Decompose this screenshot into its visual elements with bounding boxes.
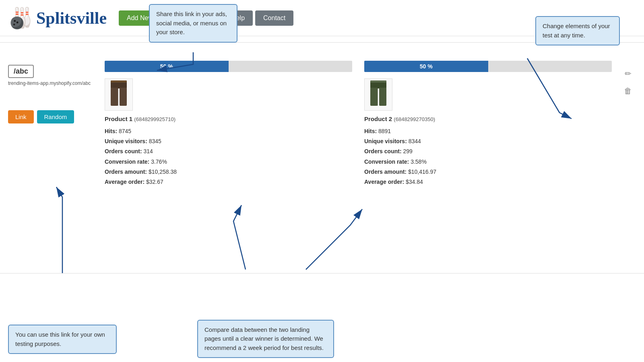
product-2-hits: Hits: 8891 [364,126,612,136]
tooltip-link-purpose: You can use this link for your own testi… [8,325,117,354]
tooltip-share: Share this link in your ads, social medi… [149,4,237,43]
sidebar: /abc trending-items-app.myshopify.com/ab… [8,57,97,187]
product-1-progress-bar: 50 % [105,61,352,72]
abc-badge: /abc [8,65,34,78]
right-icons: ✏ 🗑 [620,57,636,187]
svg-rect-4 [111,80,127,82]
random-button[interactable]: Random [37,110,74,123]
link-buttons: Link Random [8,110,97,123]
delete-icon[interactable]: 🗑 [624,86,632,96]
product-2-orders-count: Orders count: 299 [364,146,612,156]
svg-rect-2 [120,88,127,106]
product-2-name: Product 2 (6848299270350) [364,115,612,122]
product-2-progress-bar: 50 % [364,61,612,72]
product-2-image [364,78,392,111]
product-2-average-order: Average order: $34.84 [364,177,612,187]
logo-area: 🎳 Splitsville [8,6,107,30]
product-1-column: 50 % Product 1 (6848299925710) Hits: [105,61,352,187]
product-1-orders-count: Orders count: 314 [105,146,352,156]
products-area: 50 % Product 1 (6848299925710) Hits: [105,57,612,187]
tooltip-compare: Compare data between the two landing pag… [197,320,334,358]
product-1-progress-fill: 50 % [105,61,229,72]
store-url: trending-items-app.myshopify.com/abc [8,80,97,86]
product-1-unique-visitors: Unique visitors: 8345 [105,136,352,146]
product-1-conversion-rate: Conversion rate: 3.76% [105,157,352,167]
main-content: /abc trending-items-app.myshopify.com/ab… [0,49,644,187]
product-1-orders-amount: Orders amount: $10,258.38 [105,167,352,177]
logo-text: Splitsville [36,8,107,28]
product-2-conversion-rate: Conversion rate: 3.58% [364,157,612,167]
edit-icon[interactable]: ✏ [625,69,632,78]
svg-rect-7 [379,88,386,106]
product-2-unique-visitors: Unique visitors: 8344 [364,136,612,146]
contact-button[interactable]: Contact [255,10,293,26]
product-2-stats: Hits: 8891 Unique visitors: 8344 Orders … [364,126,612,187]
product-1-hits: Hits: 8745 [105,126,352,136]
product-1-average-order: Average order: $32.67 [105,177,352,187]
svg-rect-1 [111,88,118,106]
bowling-icon: 🎳 [8,6,33,30]
product-1-image [105,78,133,111]
product-2-orders-amount: Orders amount: $10,416.97 [364,167,612,177]
product-1-stats: Hits: 8745 Unique visitors: 8345 Orders … [105,126,352,187]
svg-rect-6 [370,88,378,106]
product-1-name: Product 1 (6848299925710) [105,115,352,122]
svg-rect-9 [370,80,386,82]
bottom-separator [0,273,644,274]
product-2-column: 50 % Product 2 (6848299270350) Hits: [364,61,612,187]
link-button[interactable]: Link [8,110,34,123]
product-2-progress-fill: 50 % [364,61,488,72]
tooltip-change: Change elements of your test at any time… [535,16,620,45]
